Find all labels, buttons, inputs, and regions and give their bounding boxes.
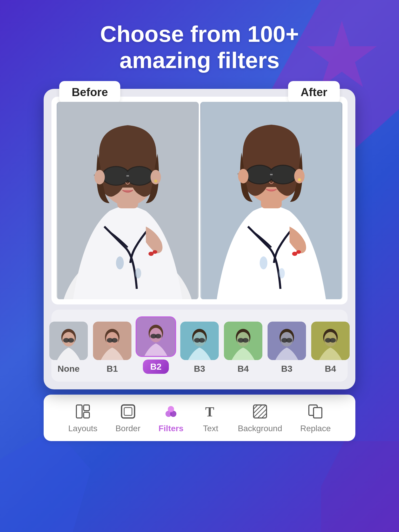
toolbar-item-background[interactable]: Background xyxy=(238,402,282,433)
svg-point-31 xyxy=(296,250,301,254)
filter-thumb-none xyxy=(49,322,88,360)
svg-point-54 xyxy=(199,338,205,343)
svg-point-26 xyxy=(270,166,296,183)
after-label: After xyxy=(288,81,340,103)
filter-thumb-b3b xyxy=(268,322,306,360)
svg-point-9 xyxy=(127,167,152,185)
headline-section: Choose from 100+ amazing filters xyxy=(84,21,314,73)
filter-label-b4: B4 xyxy=(237,364,249,374)
layouts-icon xyxy=(74,402,92,421)
svg-point-34 xyxy=(298,178,301,181)
filter-item-b3b[interactable]: B3 xyxy=(268,322,306,374)
svg-point-3 xyxy=(135,268,141,278)
filter-label-b2: B2 xyxy=(143,360,169,374)
filter-item-b1[interactable]: B1 xyxy=(93,322,131,374)
filters-icon xyxy=(162,402,180,421)
filter-item-b4b[interactable]: B4 xyxy=(311,322,350,374)
toolbar-label-border: Border xyxy=(115,424,140,433)
filter-thumb-b2 xyxy=(137,317,175,356)
filter-label-b1: B1 xyxy=(107,364,118,374)
filter-item-b4[interactable]: B4 xyxy=(224,322,262,374)
photo-after-svg xyxy=(200,102,342,299)
photo-before xyxy=(57,102,199,299)
comparison-card: Before After xyxy=(44,89,355,389)
border-icon xyxy=(119,402,137,421)
svg-point-59 xyxy=(242,338,249,343)
filter-thumb-b3 xyxy=(180,322,219,360)
toolbar-label-background: Background xyxy=(238,424,282,433)
photo-comparison-frame xyxy=(51,97,348,304)
photo-after xyxy=(200,102,342,299)
filter-thumb-b4b xyxy=(311,322,350,360)
photo-before-svg xyxy=(57,102,199,299)
toolbar-label-text: Text xyxy=(203,424,218,433)
before-label: Before xyxy=(59,81,120,103)
svg-point-25 xyxy=(247,166,273,183)
svg-point-19 xyxy=(260,256,268,269)
toolbar-item-replace[interactable]: Replace xyxy=(300,402,331,433)
main-content: Choose from 100+ amazing filters Before … xyxy=(0,0,399,532)
svg-point-16 xyxy=(95,170,105,184)
text-icon: T xyxy=(202,402,220,421)
filter-item-b3[interactable]: B3 xyxy=(180,322,219,374)
filter-label-b3b: B3 xyxy=(281,364,292,374)
svg-point-8 xyxy=(103,167,129,185)
svg-point-39 xyxy=(68,338,74,343)
svg-point-44 xyxy=(111,338,118,343)
svg-rect-72 xyxy=(84,412,89,418)
toolbar: Layouts Border Filters xyxy=(44,395,355,441)
svg-point-69 xyxy=(330,338,336,343)
svg-point-20 xyxy=(279,268,285,278)
svg-point-49 xyxy=(155,334,161,338)
filter-strip: None B1 xyxy=(51,310,348,382)
toolbar-item-filters[interactable]: Filters xyxy=(158,402,183,433)
svg-point-64 xyxy=(286,338,292,343)
svg-rect-73 xyxy=(122,405,135,418)
headline-text: Choose from 100+ amazing filters xyxy=(100,21,299,73)
filter-item-none[interactable]: None xyxy=(49,322,88,374)
svg-point-14 xyxy=(153,250,157,254)
svg-rect-86 xyxy=(314,408,322,418)
toolbar-label-filters: Filters xyxy=(158,424,183,433)
filter-thumb-b1 xyxy=(93,322,131,360)
svg-line-81 xyxy=(254,405,262,413)
svg-rect-71 xyxy=(84,405,89,411)
svg-point-17 xyxy=(154,179,157,183)
toolbar-item-text[interactable]: T Text xyxy=(202,402,220,433)
toolbar-item-layouts[interactable]: Layouts xyxy=(68,402,97,433)
svg-point-33 xyxy=(238,169,249,183)
svg-rect-74 xyxy=(124,408,132,415)
filter-label-none: None xyxy=(58,364,80,374)
toolbar-label-layouts: Layouts xyxy=(68,424,97,433)
toolbar-label-replace: Replace xyxy=(300,424,331,433)
svg-rect-70 xyxy=(76,405,82,418)
filter-label-b4b: B4 xyxy=(325,364,336,374)
svg-point-77 xyxy=(168,406,174,412)
replace-icon xyxy=(306,402,324,421)
svg-line-83 xyxy=(258,409,267,418)
filter-label-b3: B3 xyxy=(194,364,205,374)
filter-thumb-b4 xyxy=(224,322,262,360)
svg-point-2 xyxy=(116,256,124,269)
toolbar-item-border[interactable]: Border xyxy=(115,402,140,433)
background-icon xyxy=(251,402,269,421)
filter-item-b2[interactable]: B2 xyxy=(137,317,175,374)
svg-text:T: T xyxy=(205,404,214,419)
